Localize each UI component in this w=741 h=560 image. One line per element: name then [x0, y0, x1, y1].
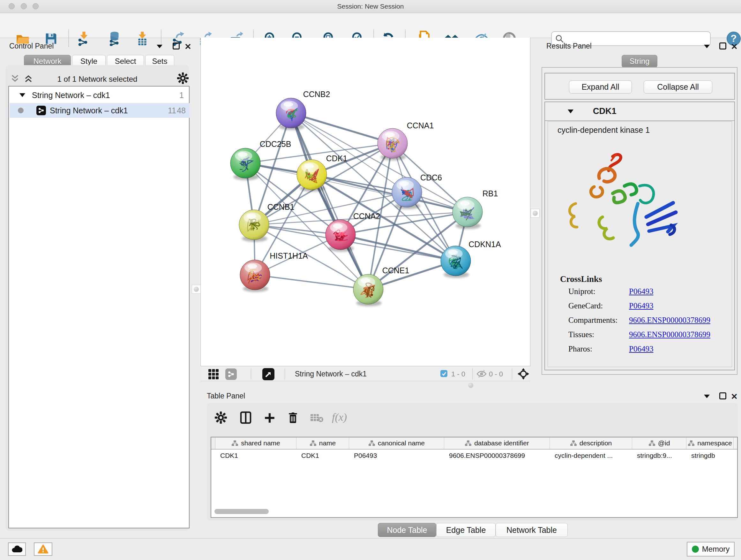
view-network-name: String Network – cdk1 [295, 370, 367, 378]
node-label: CCNB1 [267, 202, 294, 211]
column-header-label: namespace [697, 439, 732, 447]
row-gutter [211, 449, 215, 462]
network-node-rb1[interactable]: RB1 [453, 189, 498, 229]
column-header[interactable]: namespace [686, 437, 734, 449]
crosslink-value-link[interactable]: 9606.ENSP00000378699 [629, 316, 711, 325]
memory-button[interactable]: Memory [687, 542, 735, 557]
grid-view-icon[interactable] [208, 369, 219, 380]
network-share-view-icon[interactable] [225, 368, 237, 380]
network-node-ccnb1[interactable]: CCNB1 [239, 202, 294, 242]
crosslink-row: GeneCard:P06493 [568, 301, 728, 310]
network-panel-body: 1 of 1 Network selected String Network –… [6, 65, 189, 531]
crosslink-value-link[interactable]: 9606.ENSP00000378699 [629, 330, 711, 339]
network-canvas[interactable]: CCNB2CCNA1CDC25BCDK1CDC6RB1CCNB1CCNA2CDK… [200, 38, 530, 366]
collapse-all-button[interactable]: Collapse All [644, 80, 712, 94]
column-header[interactable]: @id [632, 437, 686, 449]
crosslink-label: Pharos: [568, 345, 629, 354]
network-node-hist1h1a[interactable]: HIST1H1A [240, 251, 308, 292]
sitemap-icon [465, 440, 472, 446]
crosslink-label: GeneCard: [568, 301, 629, 310]
network-edge[interactable] [340, 235, 456, 261]
main-toolbar: ? [0, 13, 741, 38]
selected-nodes-checkbox[interactable] [441, 370, 448, 377]
left-splitter-handle[interactable] [192, 285, 201, 294]
column-header[interactable]: description [550, 437, 632, 449]
node-label: CCNA1 [407, 121, 434, 130]
results-panel-close-button[interactable]: ✕ [731, 42, 738, 52]
table-horizontal-scrollbar[interactable] [214, 509, 269, 514]
function-builder-button[interactable]: f(x) [332, 411, 347, 423]
hidden-eye-icon[interactable] [476, 370, 487, 378]
import-network-file-button[interactable] [75, 30, 93, 48]
node-label: CCNB2 [303, 90, 330, 99]
table-header-row: shared namenamecanonical namedatabase id… [211, 437, 737, 449]
crosslink-value-link[interactable]: P06493 [629, 301, 653, 310]
results-panel-maximize-button[interactable] [719, 43, 726, 50]
column-header-label: database identifier [474, 439, 529, 447]
network-node-cdkn1a[interactable]: CDKN1A [441, 240, 501, 278]
network-edge[interactable] [291, 113, 393, 143]
control-panel-float-button[interactable] [156, 44, 163, 49]
tab-string[interactable]: String [622, 55, 657, 68]
expand-all-button[interactable]: Expand All [569, 80, 632, 94]
warning-button[interactable] [34, 543, 52, 556]
network-tree-child-row[interactable]: String Network – cdk1 11 48 [10, 103, 190, 118]
splitter-dot-icon [194, 287, 199, 292]
import-table-file-button[interactable] [133, 30, 151, 48]
column-header-label: description [580, 439, 612, 447]
network-share-icon [37, 106, 46, 115]
import-table-icon [135, 31, 149, 46]
import-network-database-button[interactable] [106, 30, 124, 48]
window-title-bar: Session: New Session [0, 0, 741, 13]
network-graph[interactable]: CCNB2CCNA1CDC25BCDK1CDC6RB1CCNB1CCNA2CDK… [201, 38, 530, 366]
column-header[interactable]: database identifier [444, 437, 550, 449]
network-edge[interactable] [255, 275, 368, 289]
table-panel-float-button[interactable] [703, 394, 711, 398]
table-row[interactable]: CDK1CDK1P064939606.ENSP00000378699cyclin… [211, 449, 737, 462]
gene-section-header[interactable]: CDK1 [545, 102, 734, 121]
results-panel-float-button[interactable] [703, 44, 711, 49]
network-tree-root-row[interactable]: String Network – cdk1 1 [10, 88, 190, 103]
database-network-icon [108, 31, 122, 46]
right-splitter-handle[interactable] [531, 209, 540, 218]
splitter-dot-icon [533, 211, 538, 216]
row-gutter [211, 437, 215, 449]
tab-edge-table[interactable]: Edge Table [436, 523, 495, 537]
control-panel-close-button[interactable]: ✕ [185, 42, 192, 52]
collapse-triangle-icon[interactable] [19, 93, 25, 98]
control-panel-title: Control Panel [9, 42, 54, 51]
column-header[interactable]: shared name [215, 437, 296, 449]
tab-node-table[interactable]: Node Table [378, 523, 436, 537]
section-collapse-triangle-icon[interactable] [567, 109, 574, 114]
column-header[interactable]: canonical name [349, 437, 444, 449]
network-options-gear-icon[interactable] [177, 72, 189, 84]
memory-label: Memory [702, 545, 730, 554]
delete-table-icon[interactable] [310, 413, 324, 423]
detach-view-button[interactable] [262, 368, 274, 380]
network-node-ccne1[interactable]: CCNE1 [353, 266, 409, 307]
tab-network-table[interactable]: Network Table [495, 523, 568, 537]
table-cell: 9606.ENSP00000378699 [444, 449, 549, 462]
column-header[interactable]: name [296, 437, 349, 449]
node-table[interactable]: shared namenamecanonical namedatabase id… [211, 437, 738, 518]
warning-icon [38, 544, 49, 554]
cloud-button[interactable] [8, 543, 26, 556]
bottom-splitter-handle[interactable] [468, 383, 473, 388]
crosslink-value-link[interactable]: P06493 [629, 345, 653, 354]
table-panel-close-button[interactable]: ✕ [731, 392, 738, 401]
table-settings-gear-icon[interactable] [214, 411, 227, 424]
control-panel-maximize-button[interactable] [173, 43, 180, 50]
network-label: String Network – cdk1 [50, 106, 128, 115]
birdseye-toggle-icon[interactable] [517, 368, 530, 380]
crosslink-label: Uniprot: [568, 287, 629, 296]
crosslink-value-link[interactable]: P06493 [629, 287, 653, 296]
network-node-cdk1[interactable]: CDK1 [297, 154, 347, 192]
sitemap-icon [231, 440, 239, 446]
table-cell: stringdb [686, 449, 733, 462]
gene-name: CDK1 [593, 106, 616, 116]
view-toolbar-separator [285, 368, 285, 380]
delete-column-icon[interactable] [287, 411, 299, 424]
table-panel-maximize-button[interactable] [719, 392, 726, 399]
add-column-icon[interactable] [264, 412, 276, 424]
show-columns-icon[interactable] [239, 411, 252, 424]
